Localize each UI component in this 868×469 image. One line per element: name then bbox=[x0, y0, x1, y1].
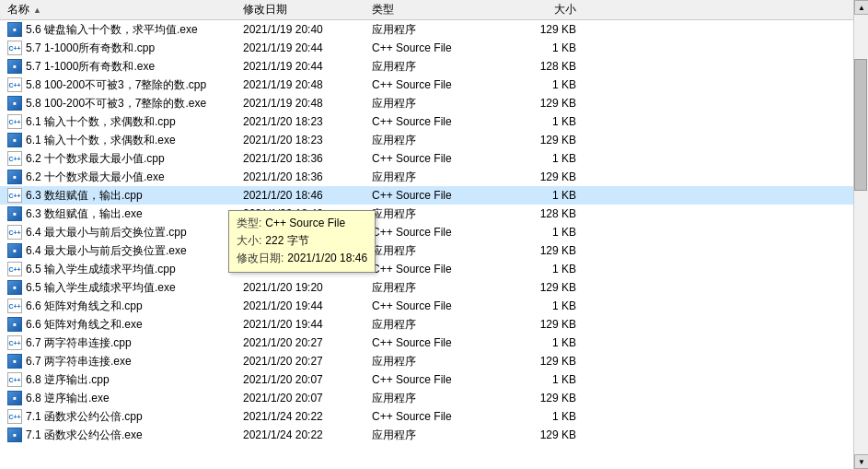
file-name-cell: C++ 6.5 输入学生成绩求平均值.cpp bbox=[4, 262, 243, 277]
file-name-text: 5.8 100-200不可被3，7整除的数.cpp bbox=[26, 77, 206, 93]
exe-icon: ■ bbox=[7, 59, 22, 74]
table-row[interactable]: C++ 5.8 100-200不可被3，7整除的数.cpp 2021/1/19 … bbox=[0, 76, 868, 94]
file-size-cell: 1 KB bbox=[510, 410, 584, 423]
file-name-cell: C++ 6.3 数组赋值，输出.cpp bbox=[4, 188, 243, 204]
file-name-cell: ■ 5.6 键盘输入十个数，求平均值.exe bbox=[4, 22, 243, 38]
file-tooltip: 类型: C++ Source File 大小: 222 字节 修改日期: 202… bbox=[228, 210, 376, 273]
file-size-cell: 129 KB bbox=[510, 392, 584, 405]
file-name-cell: ■ 6.4 最大最小与前后交换位置.exe bbox=[4, 243, 243, 259]
file-date-cell: 2021/1/20 20:27 bbox=[243, 336, 372, 349]
scroll-thumb[interactable] bbox=[854, 59, 867, 191]
file-date-cell: 2021/1/20 19:44 bbox=[243, 318, 372, 331]
file-type-cell: C++ Source File bbox=[372, 410, 510, 423]
file-name-text: 6.4 最大最小与前后交换位置.cpp bbox=[26, 225, 187, 240]
exe-icon: ■ bbox=[7, 428, 22, 442]
table-row[interactable]: ■ 6.5 输入学生成绩求平均值.exe 2021/1/20 19:20 应用程… bbox=[0, 278, 868, 297]
file-name-cell: C++ 6.2 十个数求最大最小值.cpp bbox=[4, 151, 243, 167]
file-name-cell: C++ 6.1 输入十个数，求偶数和.cpp bbox=[4, 114, 243, 130]
file-type-cell: 应用程序 bbox=[372, 170, 510, 185]
file-size-cell: 129 KB bbox=[510, 97, 584, 110]
table-row[interactable]: C++ 5.7 1-1000所有奇数和.cpp 2021/1/19 20:44 … bbox=[0, 39, 868, 57]
header-name[interactable]: 名称 ▲ bbox=[4, 2, 243, 18]
table-row[interactable]: ■ 6.3 数组赋值，输出.exe 2021/1/20 18:46 应用程序 1… bbox=[0, 205, 868, 223]
file-name-cell: C++ 5.8 100-200不可被3，7整除的数.cpp bbox=[4, 77, 243, 93]
file-type-cell: 应用程序 bbox=[372, 206, 510, 222]
table-row[interactable]: C++ 7.1 函数求公约公倍.cpp 2021/1/24 20:22 C++ … bbox=[0, 407, 868, 426]
table-row[interactable]: ■ 5.8 100-200不可被3，7整除的数.exe 2021/1/19 20… bbox=[0, 94, 868, 112]
table-row[interactable]: C++ 6.5 输入学生成绩求平均值.cpp 2021/1/20 19:20 C… bbox=[0, 260, 868, 278]
table-row[interactable]: C++ 6.6 矩阵对角线之和.cpp 2021/1/20 19:44 C++ … bbox=[0, 297, 868, 315]
file-name-cell: ■ 6.8 逆序输出.exe bbox=[4, 391, 243, 406]
file-name-cell: ■ 6.2 十个数求最大最小值.exe bbox=[4, 170, 243, 185]
file-name-text: 6.6 矩阵对角线之和.cpp bbox=[26, 299, 143, 314]
cpp-icon: C++ bbox=[7, 41, 22, 55]
file-size-cell: 1 KB bbox=[510, 299, 584, 312]
file-type-cell: C++ Source File bbox=[372, 336, 510, 349]
table-row[interactable]: C++ 6.1 输入十个数，求偶数和.cpp 2021/1/20 18:23 C… bbox=[0, 112, 868, 131]
cpp-icon: C++ bbox=[7, 335, 22, 350]
file-size-cell: 1 KB bbox=[510, 152, 584, 165]
file-type-cell: C++ Source File bbox=[372, 263, 510, 276]
file-name-text: 6.5 输入学生成绩求平均值.exe bbox=[26, 280, 176, 296]
table-row[interactable]: C++ 6.4 最大最小与前后交换位置.cpp 2021/1/20 19:03 … bbox=[0, 223, 868, 241]
table-row[interactable]: ■ 6.4 最大最小与前后交换位置.exe 2021/1/20 19:03 应用… bbox=[0, 241, 868, 260]
exe-icon: ■ bbox=[7, 280, 22, 295]
file-type-cell: 应用程序 bbox=[372, 354, 510, 369]
file-name-text: 6.8 逆序输出.cpp bbox=[26, 372, 110, 388]
file-date-cell: 2021/1/19 20:44 bbox=[243, 60, 372, 73]
scroll-track[interactable] bbox=[854, 15, 868, 454]
v-scrollbar[interactable]: ▲ ▼ bbox=[853, 0, 868, 469]
header-type[interactable]: 类型 bbox=[372, 2, 510, 18]
table-row[interactable]: C++ 6.8 逆序输出.cpp 2021/1/20 20:07 C++ Sou… bbox=[0, 370, 868, 389]
file-type-cell: C++ Source File bbox=[372, 299, 510, 312]
file-name-text: 6.5 输入学生成绩求平均值.cpp bbox=[26, 262, 176, 277]
table-row[interactable]: ■ 5.6 键盘输入十个数，求平均值.exe 2021/1/19 20:40 应… bbox=[0, 20, 868, 39]
exe-icon: ■ bbox=[7, 22, 22, 37]
table-row[interactable]: ■ 6.6 矩阵对角线之和.exe 2021/1/20 19:44 应用程序 1… bbox=[0, 315, 868, 334]
table-row[interactable]: ■ 6.1 输入十个数，求偶数和.exe 2021/1/20 18:23 应用程… bbox=[0, 131, 868, 149]
table-row[interactable]: C++ 6.3 数组赋值，输出.cpp 2021/1/20 18:46 C++ … bbox=[0, 186, 868, 205]
file-size-cell: 129 KB bbox=[510, 134, 584, 147]
cpp-icon: C++ bbox=[7, 114, 22, 129]
table-row[interactable]: C++ 6.2 十个数求最大最小值.cpp 2021/1/20 18:36 C+… bbox=[0, 149, 868, 168]
file-size-cell: 129 KB bbox=[510, 355, 584, 368]
header-date[interactable]: 修改日期 bbox=[243, 2, 372, 18]
file-name-cell: C++ 6.7 两字符串连接.cpp bbox=[4, 335, 243, 351]
file-type-cell: 应用程序 bbox=[372, 243, 510, 259]
tooltip-size-label: 大小: bbox=[237, 232, 261, 250]
scroll-down-btn[interactable]: ▼ bbox=[854, 454, 868, 469]
cpp-icon: C++ bbox=[7, 151, 22, 166]
file-name-text: 5.7 1-1000所有奇数和.exe bbox=[26, 59, 155, 75]
sort-arrow: ▲ bbox=[33, 6, 41, 15]
file-date-cell: 2021/1/20 18:23 bbox=[243, 115, 372, 128]
file-date-cell: 2021/1/24 20:22 bbox=[243, 410, 372, 423]
table-row[interactable]: C++ 6.7 两字符串连接.cpp 2021/1/20 20:27 C++ S… bbox=[0, 334, 868, 352]
file-type-cell: 应用程序 bbox=[372, 22, 510, 38]
table-row[interactable]: ■ 6.2 十个数求最大最小值.exe 2021/1/20 18:36 应用程序… bbox=[0, 168, 868, 186]
header-size[interactable]: 大小 bbox=[510, 2, 584, 18]
file-name-text: 6.2 十个数求最大最小值.cpp bbox=[26, 151, 165, 167]
file-name-text: 6.7 两字符串连接.cpp bbox=[26, 335, 132, 351]
table-row[interactable]: ■ 5.7 1-1000所有奇数和.exe 2021/1/19 20:44 应用… bbox=[0, 57, 868, 76]
file-name-cell: C++ 6.8 逆序输出.cpp bbox=[4, 372, 243, 388]
file-name-cell: ■ 5.8 100-200不可被3，7整除的数.exe bbox=[4, 96, 243, 111]
file-type-cell: 应用程序 bbox=[372, 280, 510, 296]
file-name-text: 6.1 输入十个数，求偶数和.cpp bbox=[26, 114, 176, 130]
file-name-text: 5.6 键盘输入十个数，求平均值.exe bbox=[26, 22, 198, 38]
file-name-text: 6.3 数组赋值，输出.cpp bbox=[26, 188, 143, 204]
file-type-cell: 应用程序 bbox=[372, 428, 510, 443]
table-row[interactable]: ■ 6.7 两字符串连接.exe 2021/1/20 20:27 应用程序 12… bbox=[0, 352, 868, 370]
exe-icon: ■ bbox=[7, 96, 22, 111]
tooltip-size-value: 222 字节 bbox=[265, 232, 308, 250]
file-list-body[interactable]: ■ 5.6 键盘输入十个数，求平均值.exe 2021/1/19 20:40 应… bbox=[0, 20, 868, 469]
table-row[interactable]: ■ 6.8 逆序输出.exe 2021/1/20 20:07 应用程序 129 … bbox=[0, 389, 868, 407]
cpp-icon: C++ bbox=[7, 225, 22, 240]
file-name-cell: ■ 5.7 1-1000所有奇数和.exe bbox=[4, 59, 243, 75]
file-date-cell: 2021/1/20 18:23 bbox=[243, 134, 372, 147]
scroll-up-btn[interactable]: ▲ bbox=[854, 0, 868, 15]
file-date-cell: 2021/1/19 20:40 bbox=[243, 23, 372, 36]
file-date-cell: 2021/1/19 20:44 bbox=[243, 41, 372, 54]
file-size-cell: 128 KB bbox=[510, 60, 584, 73]
file-date-cell: 2021/1/19 20:48 bbox=[243, 97, 372, 110]
table-row[interactable]: ■ 7.1 函数求公约公倍.exe 2021/1/24 20:22 应用程序 1… bbox=[0, 426, 868, 444]
